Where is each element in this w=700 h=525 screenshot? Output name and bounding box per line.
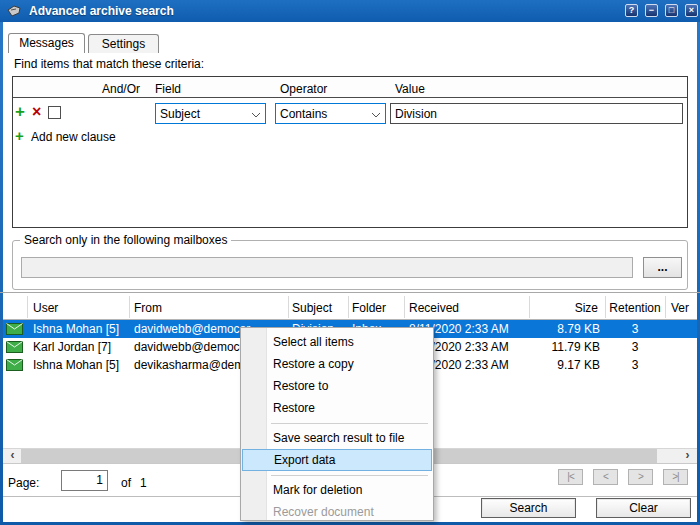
- tab-messages[interactable]: Messages: [8, 33, 85, 53]
- criteria-header-andor: And/Or: [85, 82, 140, 96]
- column-separator: [605, 296, 606, 318]
- context-menu: Select all items Restore a copy Restore …: [240, 327, 434, 521]
- menu-separator: [271, 423, 428, 424]
- criteria-header-value: Value: [395, 82, 425, 96]
- cell-size: 11.79 KB: [529, 340, 600, 354]
- envelope-icon: [6, 359, 23, 374]
- app-icon: [7, 4, 23, 19]
- cell-user: Ishna Mohan [5]: [33, 358, 131, 372]
- col-header-size[interactable]: Size: [529, 301, 598, 315]
- value-input[interactable]: Division: [390, 103, 683, 124]
- minimize-button[interactable]: −: [645, 4, 658, 17]
- menu-item-recover-document: Recover document: [242, 501, 432, 523]
- criteria-header-operator: Operator: [280, 82, 327, 96]
- operator-dropdown-value: Contains: [280, 107, 327, 121]
- chevron-down-icon: [251, 107, 261, 121]
- page-of-label: of: [121, 476, 131, 490]
- scroll-left-icon[interactable]: ‹: [4, 449, 21, 463]
- window-controls: ? − □ ×: [625, 4, 698, 17]
- column-separator: [665, 296, 666, 318]
- col-header-version[interactable]: Ver: [671, 301, 689, 315]
- field-dropdown[interactable]: Subject: [155, 103, 266, 124]
- col-header-received[interactable]: Received: [409, 301, 459, 315]
- next-page-button[interactable]: >: [628, 469, 653, 485]
- close-button[interactable]: ×: [685, 4, 698, 17]
- menu-separator: [271, 475, 428, 476]
- add-new-clause-link[interactable]: Add new clause: [31, 130, 116, 144]
- titlebar[interactable]: Advanced archive search ? − □ ×: [0, 0, 700, 22]
- criteria-box: [12, 76, 688, 228]
- mailboxes-group-label: Search only in the following mailboxes: [20, 233, 231, 247]
- search-button[interactable]: Search: [481, 498, 576, 518]
- menu-item-restore[interactable]: Restore: [242, 397, 432, 419]
- help-button[interactable]: ?: [625, 4, 638, 17]
- menu-item-export-data[interactable]: Export data: [242, 449, 432, 471]
- prev-page-button[interactable]: <: [593, 469, 618, 485]
- menu-item-select-all-items[interactable]: Select all items: [242, 331, 432, 353]
- first-page-button[interactable]: |<: [558, 469, 583, 485]
- add-new-clause-icon[interactable]: +: [15, 129, 24, 143]
- menu-item-restore-a-copy[interactable]: Restore a copy: [242, 353, 432, 375]
- clause-checkbox[interactable]: [48, 106, 61, 119]
- criteria-label: Find items that match these criteria:: [14, 57, 204, 71]
- cell-user: Karl Jordan [7]: [33, 340, 131, 354]
- cell-size: 9.17 KB: [529, 358, 600, 372]
- col-header-subject[interactable]: Subject: [292, 301, 332, 315]
- cell-retention: 3: [607, 358, 663, 372]
- chevron-down-icon: [371, 107, 381, 121]
- maximize-button[interactable]: □: [665, 4, 678, 17]
- browse-mailboxes-button[interactable]: ...: [643, 257, 682, 278]
- value-input-text: Division: [395, 107, 437, 121]
- column-separator: [288, 296, 289, 318]
- clear-button[interactable]: Clear: [596, 498, 691, 518]
- menu-item-save-search-result[interactable]: Save search result to file: [242, 427, 432, 449]
- window-title: Advanced archive search: [29, 4, 174, 18]
- criteria-header-field: Field: [155, 82, 181, 96]
- page-total: 1: [140, 476, 147, 490]
- operator-dropdown[interactable]: Contains: [275, 103, 386, 124]
- last-page-button[interactable]: >|: [663, 469, 688, 485]
- add-clause-icon[interactable]: +: [15, 105, 25, 119]
- column-separator: [129, 296, 130, 318]
- column-separator: [404, 296, 405, 318]
- scroll-right-icon[interactable]: ›: [679, 449, 696, 463]
- col-header-user[interactable]: User: [33, 301, 58, 315]
- advanced-archive-search-window: Advanced archive search ? − □ × Messages…: [0, 0, 700, 525]
- col-header-from[interactable]: From: [134, 301, 162, 315]
- cell-retention: 3: [607, 322, 663, 336]
- envelope-icon: [6, 341, 23, 356]
- field-dropdown-value: Subject: [160, 107, 200, 121]
- cell-retention: 3: [607, 340, 663, 354]
- menu-item-restore-to[interactable]: Restore to: [242, 375, 432, 397]
- menu-item-mark-for-deletion[interactable]: Mark for deletion: [242, 479, 432, 501]
- col-header-retention[interactable]: Retention: [607, 301, 663, 315]
- cell-size: 8.79 KB: [529, 322, 600, 336]
- table-top-border: [0, 292, 700, 293]
- envelope-icon: [6, 323, 23, 338]
- tab-settings[interactable]: Settings: [88, 34, 159, 53]
- col-header-folder[interactable]: Folder: [352, 301, 386, 315]
- remove-clause-icon[interactable]: ×: [32, 105, 41, 119]
- mailboxes-field: [21, 257, 633, 278]
- page-number-input[interactable]: 1: [61, 470, 108, 491]
- column-separator: [348, 296, 349, 318]
- page-label: Page:: [8, 476, 39, 490]
- cell-user: Ishna Mohan [5]: [33, 322, 131, 336]
- column-separator: [27, 296, 28, 318]
